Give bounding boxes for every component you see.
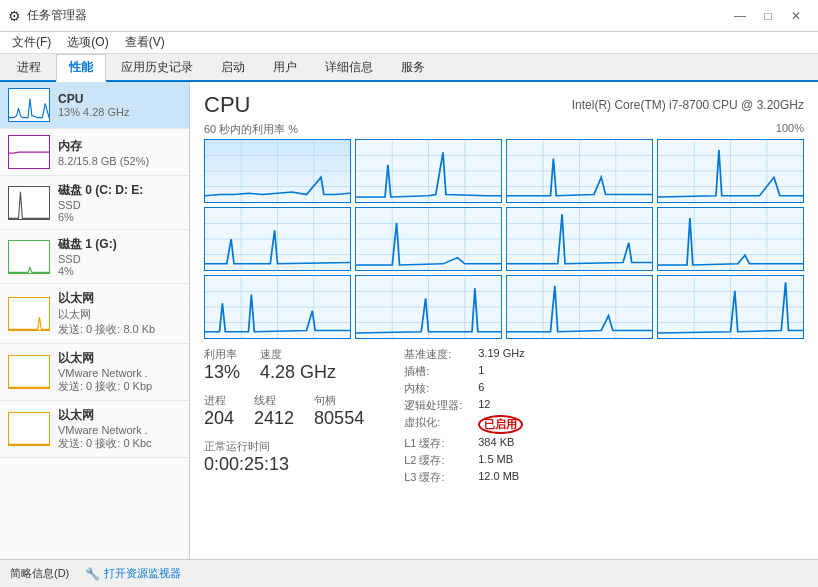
threads-value: 2412 [254,408,294,429]
base-speed-label: 基准速度: [404,347,462,362]
disk0-label: 磁盘 0 (C: D: E: [58,182,181,199]
cpu-core-chart-2 [506,139,653,203]
tab-processes[interactable]: 进程 [4,54,54,80]
utilization-value: 13% [204,362,240,383]
eth0-sidebar-info: 以太网 以太网 发送: 0 接收: 8.0 Kb [58,290,181,337]
panel-title: CPU [204,92,250,118]
virtualization-circle: 已启用 [478,415,523,434]
l1-label: L1 缓存: [404,436,462,451]
tab-performance[interactable]: 性能 [56,54,106,82]
l3-label: L3 缓存: [404,470,462,485]
virtualization-label: 虚拟化: [404,415,462,434]
eth1-sidebar-info: 以太网 VMware Network . 发送: 0 接收: 0 Kbp [58,350,181,394]
cpu-core-chart-10 [506,275,653,339]
menu-options[interactable]: 选项(O) [59,32,116,53]
utilization-speed-row: 利用率 13% 速度 4.28 GHz [204,347,364,383]
main-layout: CPU 13% 4.28 GHz 内存 8.2/15.8 GB (52%) [0,82,818,559]
sidebar-item-eth2[interactable]: 以太网 VMware Network . 发送: 0 接收: 0 Kbc [0,401,189,458]
sidebar-item-disk0[interactable]: 磁盘 0 (C: D: E: SSD 6% [0,176,189,230]
processes-value: 204 [204,408,234,429]
monitor-icon: 🔧 [85,567,100,581]
cpu-detail: 13% 4.28 GHz [58,106,181,118]
disk1-label: 磁盘 1 (G:) [58,236,181,253]
window-title: 任务管理器 [27,7,87,24]
stats-left: 利用率 13% 速度 4.28 GHz 进程 204 线程 24 [204,347,364,485]
cpu-info-grid: 基准速度: 3.19 GHz 插槽: 1 内核: 6 逻辑处理器: 12 虚拟化… [404,347,525,485]
tab-app-history[interactable]: 应用历史记录 [108,54,206,80]
cpu-name: Intel(R) Core(TM) i7-8700 CPU @ 3.20GHz [572,98,804,112]
disk0-type: SSD [58,199,181,211]
sidebar-item-memory[interactable]: 内存 8.2/15.8 GB (52%) [0,129,189,176]
cpu-thumbnail [8,88,50,122]
eth0-detail1: 以太网 [58,307,181,322]
l2-label: L2 缓存: [404,453,462,468]
speed-label: 速度 [260,347,336,362]
cpu-chart-grid [204,139,804,339]
eth0-thumbnail [8,297,50,331]
cpu-label: CPU [58,92,181,106]
handles-group: 句柄 80554 [314,393,364,429]
tab-users[interactable]: 用户 [260,54,310,80]
logical-value: 12 [478,398,524,413]
memory-label: 内存 [58,138,181,155]
tab-services[interactable]: 服务 [388,54,438,80]
logical-label: 逻辑处理器: [404,398,462,413]
cpu-content-panel: CPU Intel(R) Core(TM) i7-8700 CPU @ 3.20… [190,82,818,559]
status-bar: 简略信息(D) 🔧 打开资源监视器 [0,559,818,587]
chart-label-text: 60 秒内的利用率 % [204,122,298,137]
speed-group: 速度 4.28 GHz [260,347,336,383]
menu-file[interactable]: 文件(F) [4,32,59,53]
cpu-core-chart-7 [657,207,804,271]
eth2-detail1: VMware Network . [58,424,181,436]
cpu-core-chart-1 [355,139,502,203]
window-controls: — □ ✕ [726,6,810,26]
tab-startup[interactable]: 启动 [208,54,258,80]
sidebar-item-disk1[interactable]: 磁盘 1 (G:) SSD 4% [0,230,189,284]
cpu-core-chart-0 [204,139,351,203]
processes-group: 进程 204 [204,393,234,429]
virtualization-value: 已启用 [478,415,524,434]
sidebar-item-eth0[interactable]: 以太网 以太网 发送: 0 接收: 8.0 Kb [0,284,189,344]
menu-view[interactable]: 查看(V) [117,32,173,53]
processes-label: 进程 [204,393,234,408]
disk0-thumbnail [8,186,50,220]
memory-thumbnail [8,135,50,169]
menu-bar: 文件(F) 选项(O) 查看(V) [0,32,818,54]
cores-label: 内核: [404,381,462,396]
cpu-core-chart-11 [657,275,804,339]
cpu-core-chart-9 [355,275,502,339]
disk1-sidebar-info: 磁盘 1 (G:) SSD 4% [58,236,181,277]
eth1-label: 以太网 [58,350,181,367]
sidebar-item-eth1[interactable]: 以太网 VMware Network . 发送: 0 接收: 0 Kbp [0,344,189,401]
uptime-label: 正常运行时间 [204,439,364,454]
cpu-core-chart-4 [204,207,351,271]
cpu-core-chart-5 [355,207,502,271]
cpu-core-chart-6 [506,207,653,271]
eth1-detail2: 发送: 0 接收: 0 Kbp [58,379,181,394]
stats-section: 利用率 13% 速度 4.28 GHz 进程 204 线程 24 [204,347,804,485]
disk1-thumbnail [8,240,50,274]
title-bar: ⚙ 任务管理器 — □ ✕ [0,0,818,32]
sockets-label: 插槽: [404,364,462,379]
l2-value: 1.5 MB [478,453,524,468]
disk1-type: SSD [58,253,181,265]
tab-details[interactable]: 详细信息 [312,54,386,80]
handles-value: 80554 [314,408,364,429]
handles-label: 句柄 [314,393,364,408]
cores-value: 6 [478,381,524,396]
maximize-button[interactable]: □ [754,6,782,26]
eth2-sidebar-info: 以太网 VMware Network . 发送: 0 接收: 0 Kbc [58,407,181,451]
cpu-core-chart-3 [657,139,804,203]
sidebar-item-cpu[interactable]: CPU 13% 4.28 GHz [0,82,189,129]
l3-value: 12.0 MB [478,470,524,485]
summary-button[interactable]: 简略信息(D) [10,566,69,581]
cpu-sidebar-info: CPU 13% 4.28 GHz [58,92,181,118]
utilization-label: 利用率 [204,347,240,362]
eth2-label: 以太网 [58,407,181,424]
utilization-group: 利用率 13% [204,347,240,383]
eth1-detail1: VMware Network . [58,367,181,379]
close-button[interactable]: ✕ [782,6,810,26]
minimize-button[interactable]: — [726,6,754,26]
eth0-label: 以太网 [58,290,181,307]
open-resource-monitor-button[interactable]: 🔧 打开资源监视器 [85,566,181,581]
